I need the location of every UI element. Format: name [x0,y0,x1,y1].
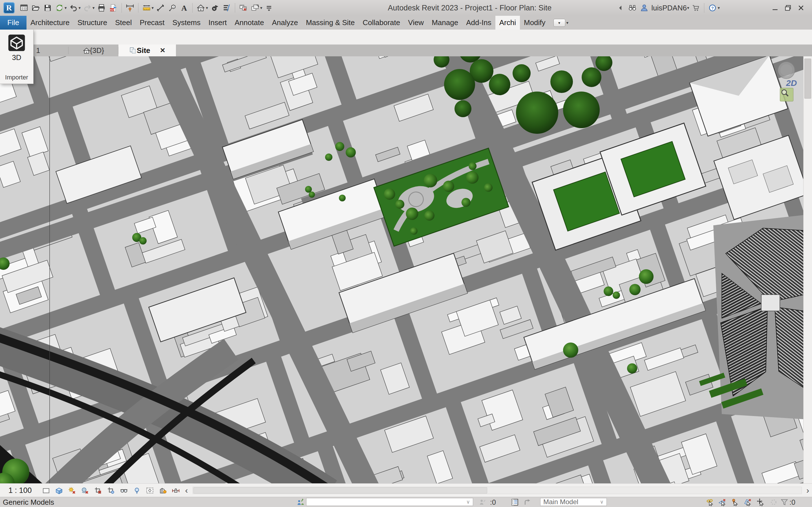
account-dropdown[interactable]: ▾ [687,5,689,10]
redo-dropdown[interactable]: ▾ [93,5,95,10]
horizontal-scrollbar-thumb[interactable] [193,487,487,494]
reveal-hidden-button[interactable] [132,485,143,496]
active-design-option-select[interactable]: Main Model ∨ [540,498,607,506]
collapse-search-button[interactable] [615,1,626,14]
close-inactive-views-button[interactable] [238,1,249,14]
search-button[interactable] [626,1,638,14]
username[interactable]: luisPDAN6 [651,4,687,12]
ribbon-toggle-dropdown[interactable]: ▾ [566,20,569,25]
drag-on-selection-toggle[interactable] [756,498,766,507]
account-avatar[interactable] [638,1,650,14]
switch-windows-dropdown[interactable]: ▾ [260,5,262,10]
ribbon-tab-insert[interactable]: Insert [204,16,231,30]
default-3d-view-button[interactable] [195,1,207,14]
ribbon-tab-collaborate[interactable]: Collaborate [359,16,404,30]
design-option-value: Main Model [543,498,598,506]
section-icon [210,3,219,12]
vertical-scrollbar-thumb[interactable] [804,59,811,99]
ribbon-tab-archi[interactable]: Archi [495,16,520,30]
section-button[interactable] [209,1,221,14]
ribbon-tab-file[interactable]: File [0,16,27,30]
thin-lines-button[interactable] [221,1,233,14]
view-tab-3d[interactable]: {3D} [68,45,118,56]
aligned-dimension-button[interactable] [124,1,136,14]
view-scale-button[interactable]: 1 : 100 [8,486,32,495]
zoom-control[interactable] [780,88,794,101]
expand-control-bar-icon[interactable]: ‹ [185,486,188,495]
show-crop-region-button[interactable] [105,485,117,496]
steering-wheel-control[interactable] [777,61,795,79]
worksets-button[interactable] [296,498,306,507]
help-dropdown[interactable]: ▾ [718,5,720,10]
panel-title[interactable]: Importer [5,73,28,83]
ribbon-state-toggle[interactable]: ▾ ▾ [553,16,569,30]
restore-button[interactable] [781,1,795,14]
vertical-scrollbar[interactable] [803,56,812,483]
toolbar-separator [138,3,139,13]
ribbon-tab-structure[interactable]: Structure [73,16,111,30]
displacement-sets-button[interactable] [157,485,168,496]
drawing-area[interactable]: 2D [0,56,804,483]
temporary-hide-isolate-button[interactable] [118,485,130,496]
ribbon-tab-analyze[interactable]: Analyze [268,16,302,30]
select-pinned-toggle[interactable] [730,498,740,507]
tag-by-category-button[interactable]: 1 [166,1,178,14]
3d-importer-button[interactable]: 3D [2,32,31,62]
add-to-set-button[interactable] [522,498,532,507]
ribbon-tab-steel[interactable]: Steel [111,16,136,30]
print-button[interactable] [96,1,107,14]
select-underlay-toggle[interactable] [717,498,727,507]
detail-level-button[interactable] [41,485,52,496]
ribbon-tab-systems[interactable]: Systems [168,16,205,30]
ribbon-tab-massing-site[interactable]: Massing & Site [302,16,359,30]
ribbon-cycle-icon[interactable]: ▾ [553,19,565,27]
ribbon-tab-modify[interactable]: Modify [520,16,550,30]
help-button[interactable]: ? [707,1,718,14]
view-tab-level1[interactable]: 1 [33,45,68,56]
ribbon-tab-architecture[interactable]: Architecture [27,16,73,30]
close-view-tab-icon[interactable]: ✕ [160,47,165,54]
export-pdf-button[interactable]: PDF [107,1,119,14]
measure-dropdown[interactable]: ▾ [152,5,154,10]
sync-button[interactable] [54,1,65,14]
switch-windows-button[interactable] [249,1,261,14]
sync-dropdown[interactable]: ▾ [64,5,67,10]
crop-view-button[interactable] [93,485,104,496]
reveal-constraints-button[interactable] [170,485,182,496]
undo-button[interactable] [68,1,80,14]
app-store-button[interactable] [690,1,702,14]
customize-qat-button[interactable] [263,1,275,14]
ribbon-tab-add-ins[interactable]: Add-Ins [462,16,495,30]
close-button[interactable] [795,1,808,14]
measure-button[interactable] [141,1,153,14]
editable-only-toggle[interactable] [477,498,488,507]
visual-style-button[interactable] [54,485,65,496]
ribbon-tab-manage[interactable]: Manage [428,16,462,30]
toolbar-separator [704,3,704,13]
open-button[interactable] [30,1,42,14]
detail-line-button[interactable] [154,1,166,14]
3d-view-dropdown[interactable]: ▾ [206,5,208,10]
text-button[interactable]: A [178,1,190,14]
sun-path-off-button[interactable] [66,485,78,496]
redo-button[interactable] [82,1,93,14]
shadows-off-button[interactable] [80,485,91,496]
minimize-button[interactable] [769,1,781,14]
undo-dropdown[interactable]: ▾ [79,5,81,10]
select-links-toggle[interactable] [705,498,715,507]
selection-filter-button[interactable] [779,498,790,507]
temporary-view-properties-button[interactable] [144,485,156,496]
visual-style-icon [55,486,63,495]
design-options-button[interactable] [510,498,520,507]
ribbon-tab-precast[interactable]: Precast [136,16,168,30]
horizontal-scrollbar[interactable] [193,487,802,494]
active-workset-select[interactable]: ∨ [306,498,473,506]
home-window-button[interactable] [18,1,30,14]
scroll-right-icon[interactable]: › [806,486,809,495]
save-button[interactable] [42,1,54,14]
select-by-face-toggle[interactable] [743,498,753,507]
revit-logo-icon[interactable]: R [3,2,15,13]
view-tab-site[interactable]: Site ✕ [118,45,176,56]
ribbon-tab-annotate[interactable]: Annotate [231,16,268,30]
ribbon-tab-view[interactable]: View [404,16,428,30]
